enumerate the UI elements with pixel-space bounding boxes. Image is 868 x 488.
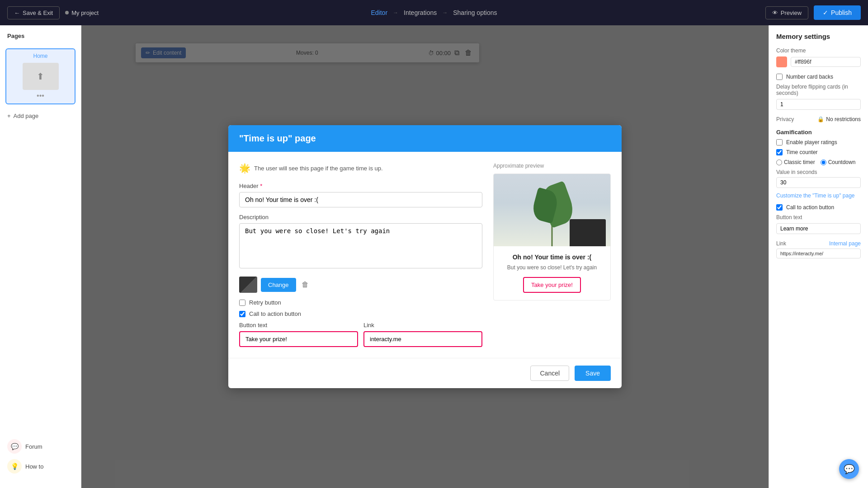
classic-timer-radio[interactable]: [776, 160, 782, 165]
button-text-settings-row: Button text: [776, 214, 861, 234]
image-thumbnail: [239, 277, 257, 293]
modal-body: 🌟 The user will see this page if the gam…: [228, 152, 622, 358]
plus-icon: +: [7, 113, 11, 119]
delete-image-button[interactable]: 🗑: [300, 279, 311, 291]
button-text-settings-input[interactable]: [776, 223, 861, 234]
settings-panel: Memory settings Color theme #ff896f Numb…: [769, 25, 868, 488]
cta-button-checkbox[interactable]: [239, 311, 245, 317]
publish-button[interactable]: ✓ Publish: [814, 5, 861, 20]
lock-icon: 🔒: [817, 116, 824, 122]
internal-page-link[interactable]: Internal page: [829, 240, 861, 247]
preview-content: Oh no! Your time is over :( But you were…: [494, 246, 610, 300]
header-input[interactable]: [239, 192, 482, 207]
enable-ratings-checkbox[interactable]: [776, 139, 783, 145]
link-input[interactable]: [363, 331, 482, 347]
nav-editor[interactable]: Editor: [371, 9, 387, 16]
number-card-backs-checkbox[interactable]: [776, 74, 783, 80]
change-image-button[interactable]: Change: [261, 278, 296, 292]
privacy-value[interactable]: 🔒 No restrictions: [817, 116, 861, 122]
settings-title: Memory settings: [776, 33, 861, 40]
cta-button-label: Call to action button: [249, 310, 301, 317]
countdown-label: Countdown: [828, 159, 856, 165]
preview-action-button[interactable]: Take your prize!: [523, 277, 581, 293]
preview-label: Preview: [781, 9, 802, 16]
preview-card: Oh no! Your time is over :( But you were…: [493, 174, 611, 300]
button-fields-row: Button text Link: [239, 322, 482, 347]
publish-label: Publish: [831, 9, 852, 16]
save-exit-label: Save & Exit: [23, 9, 53, 16]
image-row: Change 🗑: [239, 277, 482, 293]
delay-row: Delay before flipping cards (in seconds): [776, 84, 861, 110]
info-row: 🌟 The user will see this page if the gam…: [239, 163, 482, 174]
retry-button-label: Retry button: [249, 299, 281, 306]
howto-label: How to: [25, 463, 43, 470]
header-label: Header *: [239, 183, 482, 189]
color-theme-row: Color theme #ff896f: [776, 47, 861, 67]
delay-input[interactable]: [776, 99, 861, 110]
save-button[interactable]: Save: [575, 366, 611, 381]
canvas-area: ✏ Edit content Moves: 0 ⏱ 00:00 ⧉ 🗑 "Ti: [81, 25, 769, 488]
retry-button-checkbox[interactable]: [239, 300, 245, 306]
privacy-label: Privacy: [776, 116, 794, 122]
modal-form: 🌟 The user will see this page if the gam…: [239, 163, 482, 347]
button-text-group: Button text: [239, 322, 358, 347]
preview-header-text: Oh no! Your time is over :(: [501, 253, 603, 261]
project-name: My project: [65, 9, 99, 16]
add-page-label: Add page: [14, 113, 39, 119]
modal-header: "Time is up" page: [228, 125, 622, 152]
forum-item[interactable]: 💬 Forum: [7, 439, 74, 454]
gamification-title: Gamification: [776, 129, 861, 136]
page-more-dots[interactable]: •••: [37, 92, 44, 100]
link-label: Link: [363, 322, 482, 328]
modal-overlay: "Time is up" page 🌟 The user will see th…: [81, 25, 769, 488]
add-page-button[interactable]: + Add page: [0, 108, 81, 124]
retry-button-checkbox-row: Retry button: [239, 299, 482, 306]
button-text-input[interactable]: [239, 331, 358, 347]
value-seconds-input[interactable]: [776, 177, 861, 188]
delay-label: Delay before flipping cards (in seconds): [776, 84, 861, 96]
number-card-backs-row: Number card backs: [776, 74, 861, 80]
link-settings-label: Link: [776, 240, 786, 247]
required-marker: *: [260, 183, 262, 189]
eye-icon: 👁: [772, 9, 778, 16]
button-text-settings-label: Button text: [776, 214, 861, 221]
privacy-row: Privacy 🔒 No restrictions: [776, 116, 861, 122]
preview-button[interactable]: 👁 Preview: [765, 6, 808, 19]
forum-icon: 💬: [7, 439, 22, 454]
cancel-button[interactable]: Cancel: [530, 366, 569, 381]
customize-link[interactable]: Customize the "Time is up" page: [776, 192, 861, 199]
chat-icon: 💬: [844, 464, 855, 474]
modal-footer: Cancel Save: [228, 358, 622, 388]
color-hex-value: #ff896f: [791, 57, 861, 67]
cta-button-settings-checkbox[interactable]: [776, 204, 783, 211]
description-textarea[interactable]: But you were so close! Let's try again: [239, 223, 482, 268]
time-counter-checkbox[interactable]: [776, 149, 783, 155]
sidebar: Pages Home ⬆ ••• + Add page 💬 Forum 💡 Ho…: [0, 25, 81, 488]
url-settings-input[interactable]: [776, 249, 861, 258]
howto-item[interactable]: 💡 How to: [7, 459, 74, 474]
plant-preview-image: [494, 174, 610, 246]
link-settings-row: Link Internal page: [776, 240, 861, 247]
classic-timer-label: Classic timer: [784, 159, 815, 165]
howto-icon: 💡: [7, 459, 22, 474]
topbar: ← Save & Exit My project Editor → Integr…: [0, 0, 868, 25]
home-thumb-icon: ⬆: [37, 71, 44, 82]
color-swatch[interactable]: [776, 56, 787, 67]
number-card-backs-label: Number card backs: [786, 74, 833, 80]
cta-button-checkbox-row: Call to action button: [239, 310, 482, 317]
home-page-card: Home ⬆ •••: [5, 48, 75, 104]
nav-sharing[interactable]: Sharing options: [453, 9, 497, 16]
preview-label: Approximate preview: [493, 163, 611, 169]
page-item-home[interactable]: Home ⬆ •••: [0, 45, 81, 108]
preview-desc-text: But you were so close! Let's try again: [501, 264, 603, 271]
sidebar-bottom: 💬 Forum 💡 How to: [0, 432, 81, 481]
main-layout: Pages Home ⬆ ••• + Add page 💬 Forum 💡 Ho…: [0, 25, 868, 488]
home-label: Home: [33, 53, 47, 59]
sidebar-title: Pages: [0, 33, 81, 45]
countdown-radio[interactable]: [821, 160, 826, 165]
chat-button[interactable]: 💬: [839, 459, 859, 479]
time-counter-label: Time counter: [786, 149, 818, 155]
save-exit-button[interactable]: ← Save & Exit: [7, 6, 60, 19]
nav-integrations[interactable]: Integrations: [404, 9, 437, 16]
forum-label: Forum: [25, 443, 42, 450]
